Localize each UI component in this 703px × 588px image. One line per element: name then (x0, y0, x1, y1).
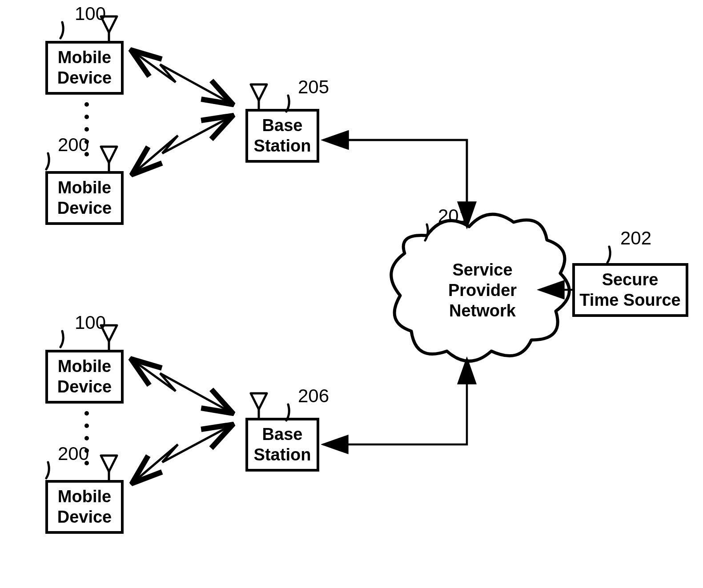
base-station-label: Station (254, 445, 311, 464)
ref-number: 205 (298, 76, 329, 97)
base-station-label: Base (262, 116, 303, 135)
base-station-node: Base Station 205 (247, 76, 329, 161)
mobile-device-label: Mobile (58, 487, 111, 506)
mobile-device-label: Mobile (58, 178, 111, 197)
mobile-device-node: Mobile Device 100 (47, 3, 122, 93)
mobile-device-label: Mobile (58, 357, 111, 376)
sts-label: Secure (602, 270, 659, 289)
ref-number: 206 (298, 385, 329, 406)
base-station-node: Base Station 206 (247, 385, 329, 470)
ref-number: 100 (75, 3, 106, 24)
sts-label: Time Source (579, 291, 680, 309)
service-provider-network-node: Service Provider Network 201 (391, 205, 570, 361)
wireless-link (133, 116, 231, 173)
mobile-device-node: Mobile Device 200 (46, 134, 122, 224)
wireless-link (133, 360, 231, 412)
network-diagram: Mobile Device 100 Mobile Device 200 Base… (0, 0, 703, 588)
spn-label: Provider (448, 281, 517, 300)
mobile-device-label: Device (57, 508, 112, 526)
ref-number: 201 (438, 205, 469, 226)
mobile-device-node: Mobile Device 200 (46, 443, 122, 532)
network-link-bottom (323, 359, 467, 444)
mobile-device-label: Device (57, 199, 112, 217)
spn-label: Network (449, 301, 516, 320)
base-station-label: Station (254, 136, 311, 155)
mobile-device-label: Device (57, 377, 112, 396)
ref-number: 202 (620, 228, 651, 248)
ref-number: 100 (75, 312, 106, 333)
mobile-device-label: Mobile (58, 48, 111, 67)
base-station-label: Base (262, 425, 303, 444)
mobile-device-node: Mobile Device 100 (47, 312, 122, 402)
wireless-link (133, 425, 231, 482)
spn-label: Service (452, 260, 512, 279)
wireless-link (133, 51, 231, 104)
secure-time-source-node: Secure Time Source 202 (574, 228, 687, 316)
mobile-device-label: Device (57, 68, 112, 87)
ref-number: 200 (58, 443, 89, 464)
ref-number: 200 (58, 134, 89, 155)
